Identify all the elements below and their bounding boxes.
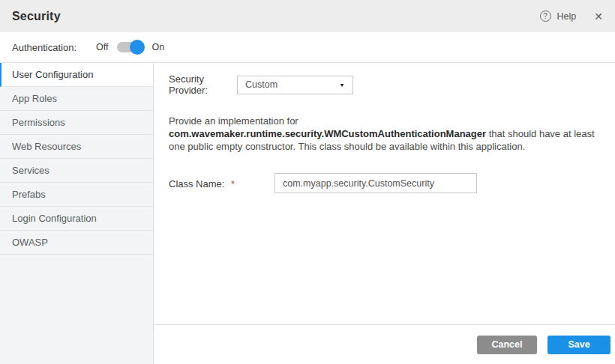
cancel-button[interactable]: Cancel	[477, 336, 537, 354]
class-name-label: Class Name:	[169, 178, 224, 189]
body: User Configuration App Roles Permissions…	[0, 63, 615, 364]
authentication-label: Authentication:	[12, 42, 76, 53]
user-configuration-panel: Security Provider: Custom ▼ Provide an i…	[154, 63, 615, 324]
help-icon[interactable]: ?	[540, 10, 551, 22]
sidebar-item-permissions[interactable]: Permissions	[0, 111, 153, 135]
help-link[interactable]: Help	[557, 11, 577, 22]
toggle-on-label[interactable]: On	[152, 42, 164, 52]
security-provider-row: Security Provider: Custom ▼	[169, 73, 610, 96]
required-asterisk: *	[231, 178, 235, 189]
sidebar-item-user-configuration[interactable]: User Configuration	[0, 63, 153, 87]
main-content: Security Provider: Custom ▼ Provide an i…	[154, 63, 615, 364]
sidebar-item-owasp[interactable]: OWASP	[0, 231, 153, 255]
sidebar-item-web-resources[interactable]: Web Resources	[0, 135, 153, 159]
description-pre: Provide an implementation for	[169, 115, 298, 127]
sidebar-item-services[interactable]: Services	[0, 159, 153, 183]
page-header: Security ? Help ✕	[0, 0, 615, 32]
provider-description: Provide an implementation for com.wavema…	[169, 115, 610, 153]
sidebar-item-app-roles[interactable]: App Roles	[0, 87, 153, 111]
authentication-toggle[interactable]	[117, 40, 142, 55]
sidebar: User Configuration App Roles Permissions…	[0, 63, 154, 364]
save-button[interactable]: Save	[548, 336, 610, 354]
authentication-row: Authentication: Off On	[0, 32, 615, 63]
page-title: Security	[12, 10, 61, 23]
class-name-input[interactable]	[274, 173, 477, 193]
toggle-knob	[130, 40, 145, 55]
sidebar-item-login-configuration[interactable]: Login Configuration	[0, 207, 153, 231]
description-classname: com.wavemaker.runtime.security.WMCustomA…	[169, 128, 486, 139]
security-provider-value: Custom	[245, 79, 278, 90]
header-actions: ? Help ✕	[540, 10, 603, 22]
toggle-off-label[interactable]: Off	[96, 42, 108, 52]
class-name-label-wrap: Class Name: *	[169, 177, 274, 190]
class-name-row: Class Name: *	[169, 173, 610, 193]
security-provider-select[interactable]: Custom ▼	[237, 76, 353, 94]
close-icon[interactable]: ✕	[594, 10, 603, 22]
sidebar-item-prefabs[interactable]: Prefabs	[0, 183, 153, 207]
chevron-down-icon: ▼	[339, 82, 345, 88]
security-provider-label: Security Provider:	[169, 73, 237, 96]
footer-actions: Cancel Save	[154, 324, 615, 364]
